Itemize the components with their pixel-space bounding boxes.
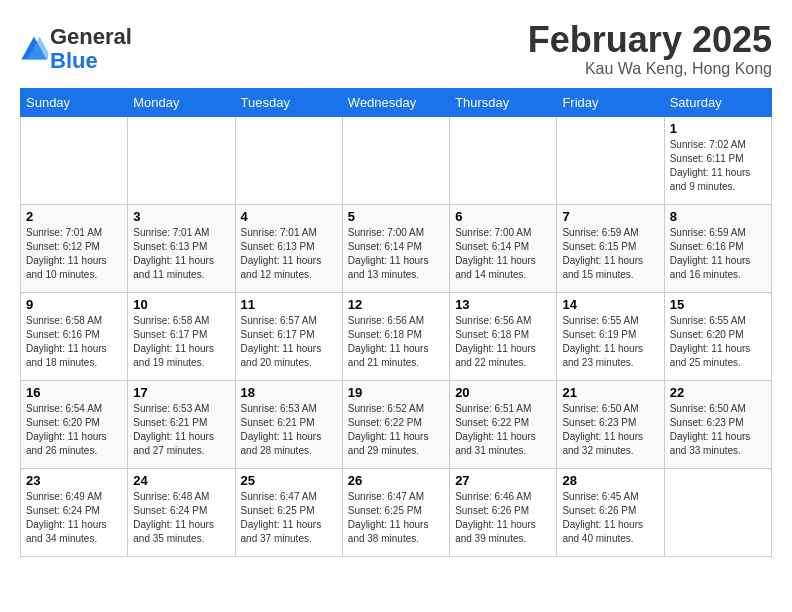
day-number: 7 <box>562 209 658 224</box>
table-cell: 3Sunrise: 7:01 AMSunset: 6:13 PMDaylight… <box>128 204 235 292</box>
logo-icon <box>20 35 48 63</box>
day-number: 23 <box>26 473 122 488</box>
week-row-1: 1Sunrise: 7:02 AMSunset: 6:11 PMDaylight… <box>21 116 772 204</box>
table-cell: 9Sunrise: 6:58 AMSunset: 6:16 PMDaylight… <box>21 292 128 380</box>
day-info: Sunrise: 6:45 AMSunset: 6:26 PMDaylight:… <box>562 490 658 546</box>
day-number: 4 <box>241 209 337 224</box>
table-cell: 11Sunrise: 6:57 AMSunset: 6:17 PMDayligh… <box>235 292 342 380</box>
table-cell: 20Sunrise: 6:51 AMSunset: 6:22 PMDayligh… <box>450 380 557 468</box>
header-sunday: Sunday <box>21 88 128 116</box>
day-number: 6 <box>455 209 551 224</box>
day-number: 15 <box>670 297 766 312</box>
table-cell <box>21 116 128 204</box>
day-info: Sunrise: 6:54 AMSunset: 6:20 PMDaylight:… <box>26 402 122 458</box>
table-cell: 8Sunrise: 6:59 AMSunset: 6:16 PMDaylight… <box>664 204 771 292</box>
day-number: 27 <box>455 473 551 488</box>
table-cell: 22Sunrise: 6:50 AMSunset: 6:23 PMDayligh… <box>664 380 771 468</box>
table-cell: 26Sunrise: 6:47 AMSunset: 6:25 PMDayligh… <box>342 468 449 556</box>
day-info: Sunrise: 6:56 AMSunset: 6:18 PMDaylight:… <box>455 314 551 370</box>
day-info: Sunrise: 6:58 AMSunset: 6:16 PMDaylight:… <box>26 314 122 370</box>
day-info: Sunrise: 6:56 AMSunset: 6:18 PMDaylight:… <box>348 314 444 370</box>
title-section: February 2025 Kau Wa Keng, Hong Kong <box>528 20 772 78</box>
table-cell: 24Sunrise: 6:48 AMSunset: 6:24 PMDayligh… <box>128 468 235 556</box>
day-number: 8 <box>670 209 766 224</box>
header-monday: Monday <box>128 88 235 116</box>
day-info: Sunrise: 6:59 AMSunset: 6:15 PMDaylight:… <box>562 226 658 282</box>
day-info: Sunrise: 7:01 AMSunset: 6:12 PMDaylight:… <box>26 226 122 282</box>
day-info: Sunrise: 7:01 AMSunset: 6:13 PMDaylight:… <box>241 226 337 282</box>
day-number: 28 <box>562 473 658 488</box>
day-number: 25 <box>241 473 337 488</box>
day-info: Sunrise: 6:57 AMSunset: 6:17 PMDaylight:… <box>241 314 337 370</box>
weekday-header-row: Sunday Monday Tuesday Wednesday Thursday… <box>21 88 772 116</box>
day-info: Sunrise: 7:02 AMSunset: 6:11 PMDaylight:… <box>670 138 766 194</box>
table-cell: 27Sunrise: 6:46 AMSunset: 6:26 PMDayligh… <box>450 468 557 556</box>
day-info: Sunrise: 6:59 AMSunset: 6:16 PMDaylight:… <box>670 226 766 282</box>
day-number: 26 <box>348 473 444 488</box>
day-number: 24 <box>133 473 229 488</box>
table-cell: 23Sunrise: 6:49 AMSunset: 6:24 PMDayligh… <box>21 468 128 556</box>
day-info: Sunrise: 6:47 AMSunset: 6:25 PMDaylight:… <box>241 490 337 546</box>
day-info: Sunrise: 6:52 AMSunset: 6:22 PMDaylight:… <box>348 402 444 458</box>
table-cell: 5Sunrise: 7:00 AMSunset: 6:14 PMDaylight… <box>342 204 449 292</box>
day-number: 22 <box>670 385 766 400</box>
day-number: 14 <box>562 297 658 312</box>
table-cell: 25Sunrise: 6:47 AMSunset: 6:25 PMDayligh… <box>235 468 342 556</box>
week-row-4: 16Sunrise: 6:54 AMSunset: 6:20 PMDayligh… <box>21 380 772 468</box>
day-info: Sunrise: 7:01 AMSunset: 6:13 PMDaylight:… <box>133 226 229 282</box>
day-number: 21 <box>562 385 658 400</box>
table-cell: 18Sunrise: 6:53 AMSunset: 6:21 PMDayligh… <box>235 380 342 468</box>
table-cell: 16Sunrise: 6:54 AMSunset: 6:20 PMDayligh… <box>21 380 128 468</box>
day-info: Sunrise: 6:55 AMSunset: 6:20 PMDaylight:… <box>670 314 766 370</box>
day-number: 17 <box>133 385 229 400</box>
day-number: 18 <box>241 385 337 400</box>
table-cell: 7Sunrise: 6:59 AMSunset: 6:15 PMDaylight… <box>557 204 664 292</box>
table-cell <box>450 116 557 204</box>
day-number: 11 <box>241 297 337 312</box>
day-number: 10 <box>133 297 229 312</box>
header-friday: Friday <box>557 88 664 116</box>
day-info: Sunrise: 6:49 AMSunset: 6:24 PMDaylight:… <box>26 490 122 546</box>
day-info: Sunrise: 6:58 AMSunset: 6:17 PMDaylight:… <box>133 314 229 370</box>
day-number: 5 <box>348 209 444 224</box>
day-info: Sunrise: 6:55 AMSunset: 6:19 PMDaylight:… <box>562 314 658 370</box>
day-info: Sunrise: 7:00 AMSunset: 6:14 PMDaylight:… <box>455 226 551 282</box>
day-number: 12 <box>348 297 444 312</box>
day-info: Sunrise: 6:47 AMSunset: 6:25 PMDaylight:… <box>348 490 444 546</box>
day-info: Sunrise: 6:46 AMSunset: 6:26 PMDaylight:… <box>455 490 551 546</box>
calendar-title: February 2025 <box>528 20 772 60</box>
logo-line2: Blue <box>50 48 98 73</box>
table-cell: 12Sunrise: 6:56 AMSunset: 6:18 PMDayligh… <box>342 292 449 380</box>
page-header: General Blue February 2025 Kau Wa Keng, … <box>20 20 772 78</box>
table-cell: 19Sunrise: 6:52 AMSunset: 6:22 PMDayligh… <box>342 380 449 468</box>
day-number: 1 <box>670 121 766 136</box>
day-number: 2 <box>26 209 122 224</box>
table-cell <box>557 116 664 204</box>
header-tuesday: Tuesday <box>235 88 342 116</box>
table-cell: 4Sunrise: 7:01 AMSunset: 6:13 PMDaylight… <box>235 204 342 292</box>
day-info: Sunrise: 6:48 AMSunset: 6:24 PMDaylight:… <box>133 490 229 546</box>
day-info: Sunrise: 6:53 AMSunset: 6:21 PMDaylight:… <box>241 402 337 458</box>
day-info: Sunrise: 6:51 AMSunset: 6:22 PMDaylight:… <box>455 402 551 458</box>
table-cell: 2Sunrise: 7:01 AMSunset: 6:12 PMDaylight… <box>21 204 128 292</box>
table-cell: 1Sunrise: 7:02 AMSunset: 6:11 PMDaylight… <box>664 116 771 204</box>
table-cell: 21Sunrise: 6:50 AMSunset: 6:23 PMDayligh… <box>557 380 664 468</box>
table-cell: 17Sunrise: 6:53 AMSunset: 6:21 PMDayligh… <box>128 380 235 468</box>
day-number: 16 <box>26 385 122 400</box>
day-info: Sunrise: 7:00 AMSunset: 6:14 PMDaylight:… <box>348 226 444 282</box>
table-cell: 13Sunrise: 6:56 AMSunset: 6:18 PMDayligh… <box>450 292 557 380</box>
header-thursday: Thursday <box>450 88 557 116</box>
header-saturday: Saturday <box>664 88 771 116</box>
day-number: 20 <box>455 385 551 400</box>
logo-line1: General <box>50 24 132 49</box>
day-info: Sunrise: 6:50 AMSunset: 6:23 PMDaylight:… <box>562 402 658 458</box>
day-number: 3 <box>133 209 229 224</box>
week-row-3: 9Sunrise: 6:58 AMSunset: 6:16 PMDaylight… <box>21 292 772 380</box>
day-info: Sunrise: 6:53 AMSunset: 6:21 PMDaylight:… <box>133 402 229 458</box>
week-row-2: 2Sunrise: 7:01 AMSunset: 6:12 PMDaylight… <box>21 204 772 292</box>
table-cell: 15Sunrise: 6:55 AMSunset: 6:20 PMDayligh… <box>664 292 771 380</box>
logo: General Blue <box>20 25 132 73</box>
table-cell <box>128 116 235 204</box>
day-number: 13 <box>455 297 551 312</box>
day-number: 19 <box>348 385 444 400</box>
